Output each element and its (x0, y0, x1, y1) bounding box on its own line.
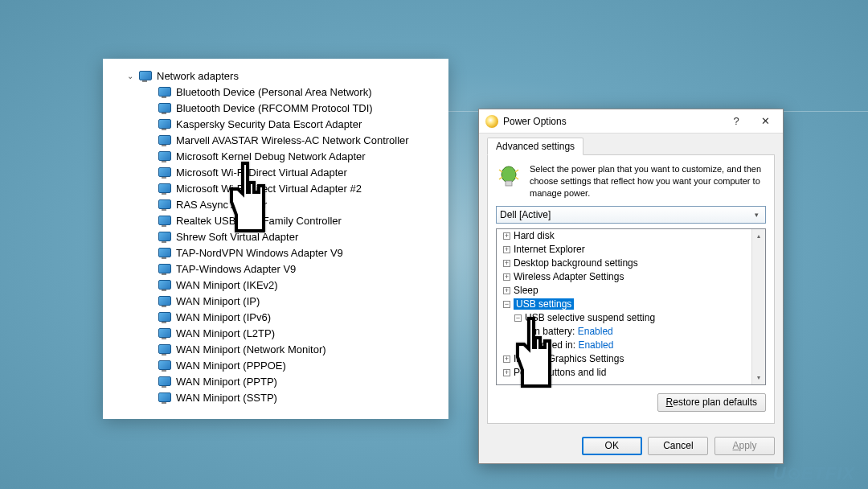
device-label: Bluetooth Device (RFCOMM Protocol TDI) (176, 101, 373, 117)
device-label: RAS Async Adapter (176, 197, 267, 213)
device-item[interactable]: Microsoft Wi-Fi Direct Virtual Adapter #… (109, 181, 442, 197)
network-adapter-icon (158, 360, 171, 372)
tree-node-graphics[interactable]: +Intel(R) Graphics Settings (497, 352, 765, 366)
device-item[interactable]: RAS Async Adapter (109, 197, 442, 213)
titlebar[interactable]: Power Options ? ✕ (479, 109, 783, 134)
device-item[interactable]: WAN Miniport (PPPOE) (109, 358, 442, 374)
device-item[interactable]: Microsoft Kernel Debug Network Adapter (109, 149, 442, 165)
network-adapter-icon (158, 344, 171, 355)
plus-icon[interactable]: + (503, 369, 510, 376)
plus-icon[interactable]: + (503, 273, 510, 281)
cancel-button[interactable]: Cancel (648, 437, 708, 455)
svg-point-0 (502, 166, 516, 183)
device-item[interactable]: Realtek USB GbE Family Controller (109, 213, 442, 229)
network-adapter-icon (158, 296, 171, 307)
tree-node-hard-disk[interactable]: +Hard disk (497, 229, 765, 243)
plan-value: Dell [Active] (500, 209, 551, 220)
tree-node-plugged-in[interactable]: Plugged in: Enabled (497, 339, 765, 352)
minus-icon[interactable]: − (514, 314, 522, 322)
plugged-in-value[interactable]: Enabled (578, 339, 613, 351)
device-item[interactable]: Bluetooth Device (RFCOMM Protocol TDI) (109, 101, 442, 117)
chevron-down-icon: ▾ (751, 211, 762, 219)
device-label: WAN Miniport (Network Monitor) (176, 342, 326, 358)
device-label: TAP-Windows Adapter V9 (176, 261, 296, 277)
network-adapter-icon (158, 280, 171, 291)
watermark: UETFIX (773, 463, 855, 484)
network-adapter-icon (158, 376, 171, 388)
device-label: WAN Miniport (IKEv2) (176, 277, 278, 294)
tree-node-usb-selective-suspend[interactable]: −USB selective suspend setting (497, 311, 765, 325)
tree-category-network-adapters[interactable]: ⌄ Network adapters (109, 68, 442, 84)
power-options-icon (485, 115, 498, 128)
tree-node-wireless[interactable]: +Wireless Adapter Settings (497, 270, 765, 284)
tree-node-sleep[interactable]: +Sleep (497, 284, 765, 298)
device-item[interactable]: WAN Miniport (IPv6) (109, 310, 442, 326)
device-item[interactable]: WAN Miniport (IKEv2) (109, 277, 442, 294)
chevron-down-icon[interactable]: ⌄ (127, 68, 135, 84)
device-item[interactable]: Kaspersky Security Data Escort Adapter (109, 117, 442, 133)
network-adapter-icon (158, 135, 171, 146)
device-label: WAN Miniport (SSTP) (176, 390, 277, 406)
svg-rect-1 (506, 181, 512, 186)
device-item[interactable]: Marvell AVASTAR Wireless-AC Network Cont… (109, 133, 442, 149)
minus-icon[interactable]: − (503, 301, 510, 308)
device-label: Realtek USB GbE Family Controller (176, 213, 342, 229)
device-label: Shrew Soft Virtual Adapter (176, 229, 298, 245)
device-label: WAN Miniport (IPv6) (176, 310, 271, 326)
tree-node-usb-settings[interactable]: −USB settings (497, 298, 765, 311)
device-label: Kaspersky Security Data Escort Adapter (176, 117, 362, 133)
svg-point-3 (792, 472, 796, 475)
network-adapter-icon (158, 103, 171, 114)
device-label: WAN Miniport (IP) (176, 294, 260, 310)
tabs-bar: Advanced settings (487, 137, 775, 155)
network-adapter-icon (158, 328, 171, 339)
network-adapter-icon (158, 248, 171, 259)
network-adapter-icon (158, 167, 171, 179)
device-manager-panel: ⌄ Network adapters Bluetooth Device (Per… (103, 59, 448, 419)
device-item[interactable]: WAN Miniport (L2TP) (109, 326, 442, 342)
plus-icon[interactable]: + (503, 287, 510, 294)
network-adapter-icon (158, 183, 171, 195)
scroll-down-button[interactable]: ▾ (752, 371, 765, 384)
device-label: Microsoft Wi-Fi Direct Virtual Adapter #… (176, 181, 362, 197)
tab-advanced-settings[interactable]: Advanced settings (487, 138, 583, 155)
plus-icon[interactable]: + (503, 355, 510, 363)
ok-button[interactable]: OK (582, 437, 642, 455)
plus-icon[interactable]: + (503, 232, 510, 240)
help-button[interactable]: ? (722, 111, 751, 132)
close-button[interactable]: ✕ (751, 111, 780, 132)
settings-tree[interactable]: +Hard disk +Internet Explorer +Desktop b… (496, 228, 766, 385)
device-item[interactable]: TAP-NordVPN Windows Adapter V9 (109, 245, 442, 261)
device-item[interactable]: WAN Miniport (Network Monitor) (109, 342, 442, 358)
scroll-up-button[interactable]: ▴ (752, 229, 765, 243)
network-adapter-icon (158, 264, 171, 275)
device-item[interactable]: Microsoft Wi-Fi Direct Virtual Adapter (109, 165, 442, 181)
plus-icon[interactable]: + (503, 246, 510, 253)
device-item[interactable]: WAN Miniport (IP) (109, 294, 442, 310)
network-adapter-icon (158, 151, 171, 162)
apply-button[interactable]: Apply (714, 437, 775, 455)
device-label: Microsoft Kernel Debug Network Adapter (176, 149, 366, 165)
network-adapter-icon (158, 119, 171, 130)
restore-defaults-button[interactable]: Restore plan defaults (657, 393, 766, 412)
scrollbar-vertical[interactable]: ▴ ▾ (751, 229, 765, 384)
power-options-dialog: Power Options ? ✕ Advanced settings Sele… (478, 109, 784, 464)
on-battery-value[interactable]: Enabled (578, 326, 613, 337)
device-item[interactable]: Bluetooth Device (Personal Area Network) (109, 84, 442, 101)
device-item[interactable]: Shrew Soft Virtual Adapter (109, 229, 442, 245)
device-item[interactable]: WAN Miniport (PPTP) (109, 374, 442, 390)
network-adapter-icon (158, 232, 171, 243)
network-adapter-icon (158, 199, 171, 211)
tree-node-ie[interactable]: +Internet Explorer (497, 243, 765, 257)
dialog-description: Select the power plan that you want to c… (530, 163, 766, 199)
power-plan-dropdown[interactable]: Dell [Active] ▾ (496, 206, 766, 224)
plus-icon[interactable]: + (503, 260, 510, 267)
tree-node-desktop-bg[interactable]: +Desktop background settings (497, 257, 765, 270)
tree-node-power-buttons-lid[interactable]: +Power buttons and lid (497, 366, 765, 380)
device-item[interactable]: TAP-Windows Adapter V9 (109, 261, 442, 277)
tree-node-on-battery[interactable]: On battery: Enabled (497, 325, 765, 339)
device-item[interactable]: WAN Miniport (SSTP) (109, 390, 442, 406)
network-adapter-icon (158, 312, 171, 323)
network-adapter-icon (158, 216, 171, 227)
device-label: Microsoft Wi-Fi Direct Virtual Adapter (176, 165, 347, 181)
